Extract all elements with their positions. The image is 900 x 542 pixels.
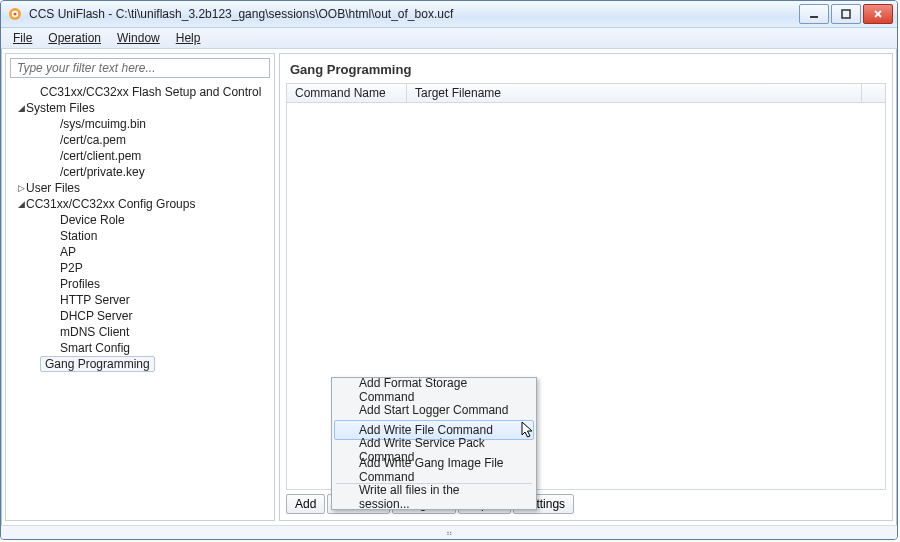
tree-label: DHCP Server <box>60 309 132 323</box>
window-title: CCS UniFlash - C:\ti\uniflash_3.2b123_ga… <box>29 7 799 21</box>
tree-mdns-client[interactable]: mDNS Client <box>10 324 270 340</box>
tree-label: P2P <box>60 261 83 275</box>
app-window: CCS UniFlash - C:\ti\uniflash_3.2b123_ga… <box>0 0 898 540</box>
tree-dhcp-server[interactable]: DHCP Server <box>10 308 270 324</box>
menu-bar: File Operation Window Help <box>1 28 897 49</box>
table-header: Command Name Target Filename <box>286 83 886 103</box>
tree-label: HTTP Server <box>60 293 130 307</box>
tree-label: Device Role <box>60 213 125 227</box>
menu-file-label: File <box>13 31 32 45</box>
tree-label: /cert/private.key <box>60 165 145 179</box>
tree-label: mDNS Client <box>60 325 129 339</box>
tree-label: CC31xx/CC32xx Config Groups <box>26 197 195 211</box>
menu-help-label: Help <box>176 31 201 45</box>
ctx-add-format[interactable]: Add Format Storage Command <box>334 380 534 400</box>
title-bar[interactable]: CCS UniFlash - C:\ti\uniflash_3.2b123_ga… <box>1 1 897 28</box>
col-path[interactable]: Target Filename <box>407 84 861 102</box>
menu-window[interactable]: Window <box>111 30 166 46</box>
collapse-icon[interactable]: ◢ <box>16 200 26 209</box>
tree-label: Smart Config <box>60 341 130 355</box>
menu-operation-label: Operation <box>48 31 101 45</box>
tree-http-server[interactable]: HTTP Server <box>10 292 270 308</box>
tree-flash-setup[interactable]: CC31xx/CC32xx Flash Setup and Control <box>10 84 270 100</box>
svg-rect-3 <box>810 16 818 18</box>
tree-label: Station <box>60 229 97 243</box>
tree-station[interactable]: Station <box>10 228 270 244</box>
tree-label: Gang Programming <box>40 356 155 372</box>
tree-ap[interactable]: AP <box>10 244 270 260</box>
panel-heading: Gang Programming <box>280 54 892 83</box>
tree-config-groups[interactable]: ◢CC31xx/CC32xx Config Groups <box>10 196 270 212</box>
tree-label: CC31xx/CC32xx Flash Setup and Control <box>40 85 261 99</box>
tree-label: /cert/ca.pem <box>60 133 126 147</box>
tree-label: AP <box>60 245 76 259</box>
ctx-add-logger[interactable]: Add Start Logger Command <box>334 400 534 420</box>
col-spacer <box>861 84 885 102</box>
add-button[interactable]: Add <box>286 494 325 514</box>
sidebar: CC31xx/CC32xx Flash Setup and Control ◢S… <box>5 53 275 521</box>
tree-label: Profiles <box>60 277 100 291</box>
filter-input[interactable] <box>10 58 270 78</box>
col-command[interactable]: Command Name <box>287 84 407 102</box>
tree-device-role[interactable]: Device Role <box>10 212 270 228</box>
tree-profiles[interactable]: Profiles <box>10 276 270 292</box>
menu-operation[interactable]: Operation <box>42 30 107 46</box>
tree-cert-client[interactable]: /cert/client.pem <box>10 148 270 164</box>
menu-file[interactable]: File <box>7 30 38 46</box>
nav-tree[interactable]: CC31xx/CC32xx Flash Setup and Control ◢S… <box>6 82 274 520</box>
ctx-add-gangimg[interactable]: Add Write Gang Image File Command <box>334 460 534 480</box>
app-icon <box>7 6 23 22</box>
tree-p2p[interactable]: P2P <box>10 260 270 276</box>
tree-user-files[interactable]: ▷User Files <box>10 180 270 196</box>
tree-cert-private[interactable]: /cert/private.key <box>10 164 270 180</box>
tree-label: /sys/mcuimg.bin <box>60 117 146 131</box>
statusbar: ⠶ <box>1 525 897 540</box>
tree-sys-mcuimg[interactable]: /sys/mcuimg.bin <box>10 116 270 132</box>
window-controls <box>799 4 893 24</box>
ctx-write-all[interactable]: Write all files in the session... <box>334 487 534 507</box>
svg-point-2 <box>13 12 16 15</box>
tree-smart-config[interactable]: Smart Config <box>10 340 270 356</box>
svg-rect-4 <box>842 10 850 18</box>
close-button[interactable] <box>863 4 893 24</box>
tree-label: /cert/client.pem <box>60 149 141 163</box>
filter-box <box>10 58 270 78</box>
minimize-button[interactable] <box>799 4 829 24</box>
menu-help[interactable]: Help <box>170 30 207 46</box>
maximize-button[interactable] <box>831 4 861 24</box>
tree-label: User Files <box>26 181 80 195</box>
collapse-icon[interactable]: ◢ <box>16 104 26 113</box>
tree-cert-ca[interactable]: /cert/ca.pem <box>10 132 270 148</box>
tree-gang-programming[interactable]: Gang Programming <box>10 356 270 372</box>
context-menu: Add Format Storage Command Add Start Log… <box>331 377 537 510</box>
expand-icon[interactable]: ▷ <box>16 184 26 193</box>
menu-window-label: Window <box>117 31 160 45</box>
tree-label: System Files <box>26 101 95 115</box>
tree-system-files[interactable]: ◢System Files <box>10 100 270 116</box>
